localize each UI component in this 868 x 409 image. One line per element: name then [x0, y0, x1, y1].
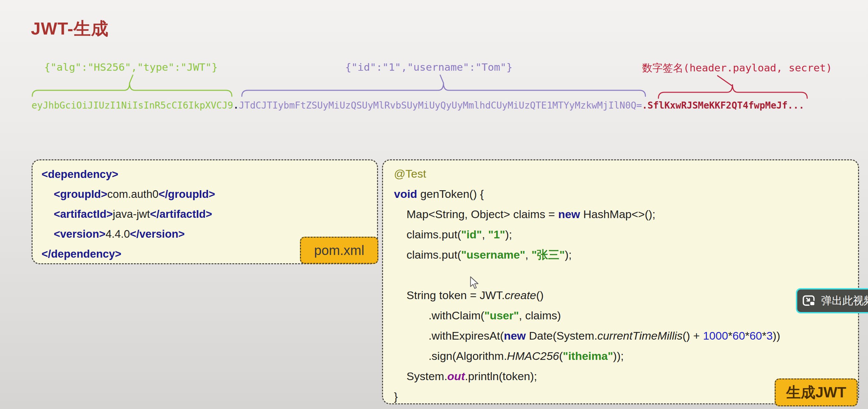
- popout-button-label: 弹出此视频: [821, 294, 868, 308]
- payload-json-label: {"id":"1","username":"Tom"}: [345, 61, 513, 73]
- token-payload-part: JTdCJTIybmFtZSUyMiUzQSUyMlRvbSUyMiUyQyUy…: [239, 100, 642, 111]
- code-line: void genToken() {: [394, 184, 858, 204]
- token-separator: .: [233, 100, 239, 111]
- code-line: .sign(Algorithm.HMAC256("itheima"));: [394, 346, 858, 366]
- popout-video-button[interactable]: 弹出此视频: [796, 288, 868, 313]
- token-signature-part: .SflKxwRJSMeKKF2QT4fwpMeJf...: [642, 100, 804, 111]
- code-line: Map<String, Object> claims = new HashMap…: [394, 204, 858, 225]
- code-line: String token = JWT.create(): [394, 285, 858, 305]
- pom-xml-badge: pom.xml: [300, 237, 378, 264]
- code-line: @Test: [394, 164, 858, 184]
- header-brace-icon: [32, 74, 233, 98]
- java-gentoken-box: @Testvoid genToken() { Map<String, Objec…: [382, 159, 859, 404]
- code-line: claims.put("username", "张三");: [394, 245, 858, 265]
- mouse-cursor: [470, 276, 481, 289]
- code-line: <dependency>: [41, 164, 377, 184]
- slide: JWT-生成 {"alg":"HS256","type":"JWT"} {"id…: [0, 0, 868, 409]
- code-line: claims.put("id", "1");: [394, 225, 858, 245]
- jwt-token-string: eyJhbGciOiJIUzI1NiIsInR5cCI6IkpXVCJ9.JTd…: [32, 100, 804, 111]
- generate-jwt-badge: 生成JWT: [775, 378, 858, 406]
- pom-xml-badge-label: pom.xml: [314, 243, 364, 258]
- payload-brace-icon: [241, 74, 646, 98]
- generate-jwt-badge-label: 生成JWT: [786, 383, 846, 402]
- token-header-part: eyJhbGciOiJIUzI1NiIsInR5cCI6IkpXVCJ9: [32, 100, 233, 111]
- code-line: <groupId>com.auth0</groupId>: [41, 184, 377, 204]
- code-line: [394, 265, 858, 285]
- page-title: JWT-生成: [31, 17, 108, 40]
- header-json-label: {"alg":"HS256","type":"JWT"}: [44, 61, 218, 73]
- signature-label: 数字签名(header.payload, secret): [642, 61, 832, 75]
- code-line: <artifactId>java-jwt</artifactId>: [41, 204, 377, 224]
- code-line: .withClaim("user", claims): [394, 305, 858, 326]
- code-line: .withExpiresAt(new Date(System.currentTi…: [394, 326, 858, 346]
- popout-icon: [802, 294, 816, 308]
- signature-brace-icon: [658, 74, 808, 100]
